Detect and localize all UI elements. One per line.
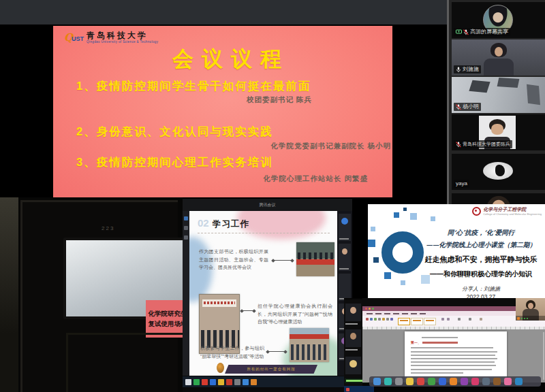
door-sign-line2: 复试使用场地 (149, 319, 183, 329)
toolbar-button[interactable] (374, 318, 377, 321)
mac-dock[interactable] (369, 376, 541, 387)
dock-app-icon[interactable] (428, 378, 435, 385)
participant-tile-yangxiaoming[interactable]: 杨小明 (452, 77, 545, 113)
participant-name: 刘施施 (463, 66, 479, 73)
taskbar-app-icon[interactable] (226, 379, 232, 385)
toolbar-button[interactable] (447, 318, 450, 321)
connector-line (267, 351, 286, 352)
mic-icon (456, 67, 461, 73)
participant-strip: 高源的屏幕共享 刘施施 杨小明 青岛科技大学团委陈兵 (447, 0, 545, 206)
participant-name: yaya (456, 180, 467, 187)
participant-name: 杨小明 (463, 103, 479, 110)
taskbar-app-icon[interactable] (243, 379, 249, 385)
close-icon[interactable] (365, 308, 367, 310)
taskbar-app-icon[interactable] (210, 379, 216, 385)
toolbar-button[interactable] (370, 318, 373, 321)
doc-share-tile[interactable]: 第一、 (344, 298, 545, 392)
toolbar-button[interactable] (378, 318, 381, 321)
dock-app-icon[interactable] (450, 378, 457, 385)
toolbar-button[interactable] (441, 318, 444, 321)
style-gallery-chip[interactable] (424, 318, 436, 325)
agenda-item-2: 2、身份意识、文化认同与现实实践 (76, 125, 273, 140)
presentation-topbar (0, 0, 448, 24)
mic-muted-icon (456, 104, 461, 110)
lecture-subtitle: ——和你聊聊积极心理学的小知识 (420, 270, 542, 279)
toolbar-button[interactable] (390, 318, 393, 321)
dock-app-icon[interactable] (373, 378, 381, 385)
taskbar-app-icon[interactable] (202, 379, 208, 385)
door-photo-tile[interactable]: 223 化学院研究生 复试使用场地 (0, 197, 183, 392)
mic-muted-icon (463, 29, 469, 35)
participant-tile-gaoyuan[interactable]: 高源的屏幕共享 (452, 2, 545, 38)
participant-tile-yaya[interactable]: yaya (452, 154, 545, 190)
dock-app-icon[interactable] (482, 378, 490, 385)
slide-footer-motto: 所有的付出一定会有回报 (225, 365, 317, 374)
start-button[interactable] (185, 379, 191, 385)
series-line: ——化学院线上心理小课堂（第二期） (420, 241, 542, 250)
doc-red-heading: 第一、 (411, 340, 501, 344)
taskbar-app-icon[interactable] (193, 379, 200, 385)
taskbar-app-icon[interactable] (234, 379, 240, 385)
dock-app-icon[interactable] (504, 378, 512, 385)
group-photo (290, 328, 329, 362)
meeting-window-titlebar: 腾讯会议 (183, 199, 352, 211)
toolbar-button[interactable] (469, 318, 471, 321)
dock-app-icon[interactable] (493, 378, 501, 385)
agenda-slide: QUST 青岛科技大学 Qingdao University of Scienc… (53, 26, 392, 197)
mini-participant[interactable] (339, 274, 351, 301)
sidebar-icon[interactable] (184, 226, 188, 230)
meeting-left-toolbar[interactable] (183, 211, 189, 376)
psych-slide-tile[interactable]: 化学与分子工程学院 College of Chemistry and Molec… (368, 204, 545, 310)
dock-app-icon[interactable] (384, 378, 392, 385)
maximize-icon[interactable] (372, 308, 374, 310)
work-text-2: 担任学院心理健康协会执行副会长，共同组织开展了“问题树”“悦纳自我”等心理健康活… (258, 302, 332, 326)
status-dot (527, 318, 528, 319)
doc-menubar[interactable] (362, 311, 520, 316)
sidebar-icon[interactable] (184, 216, 188, 220)
toolbar-button[interactable] (480, 318, 482, 321)
windows-taskbar[interactable] (183, 376, 352, 387)
psych-slide-text: 同‘心’抗疫，‘化’爱同行 ——化学院线上心理小课堂（第二期） 赶走焦虑和不安，… (420, 204, 542, 310)
minimize-icon[interactable] (369, 308, 371, 310)
doc-scrollbar[interactable] (543, 332, 544, 380)
dock-app-icon[interactable] (515, 378, 523, 385)
sidebar-icon[interactable] (184, 235, 188, 240)
dock-app-icon[interactable] (417, 378, 424, 385)
doc-canvas[interactable]: 第一、 (362, 329, 545, 382)
camera-controls[interactable] (516, 316, 545, 321)
mini-participant[interactable] (345, 329, 361, 347)
watercolor-splash (237, 211, 326, 240)
toolbar-button[interactable] (366, 318, 369, 321)
deco-square (401, 280, 405, 285)
toolbar-button[interactable] (382, 318, 385, 321)
toolbar-button[interactable] (458, 318, 461, 321)
style-gallery-chip[interactable] (411, 318, 423, 325)
work-share-tile[interactable]: 腾讯会议 02 学习工作 作为团支部书记，积极组织开展主题团日活动、主题班会、专… (183, 199, 352, 392)
taskbar-app-icon[interactable] (218, 379, 224, 385)
mini-participant[interactable] (339, 214, 351, 241)
mini-participant[interactable] (345, 357, 361, 374)
deco-square (394, 212, 399, 218)
deco-square (403, 208, 407, 211)
dock-app-icon[interactable] (471, 378, 479, 385)
dock-app-icon[interactable] (439, 378, 446, 385)
word-document-window: 第一、 (362, 298, 545, 392)
style-gallery-chip[interactable] (398, 318, 410, 325)
participant-tile-liushishi[interactable]: 刘施施 (452, 39, 545, 76)
toolbar-button[interactable] (386, 318, 389, 321)
dock-app-icon[interactable] (406, 378, 414, 385)
mic-muted-icon (456, 142, 461, 148)
participant-name-chip: 高源的屏幕共享 (454, 28, 510, 36)
dock-app-icon[interactable] (395, 378, 403, 385)
deco-square (410, 213, 417, 220)
participant-tile-chenbing[interactable]: 青岛科技大学团委陈兵 (452, 114, 545, 150)
status-dot (524, 318, 525, 319)
record-icon[interactable] (517, 317, 520, 320)
mini-participant[interactable] (345, 304, 361, 321)
dock-app-icon[interactable] (461, 378, 468, 385)
taskbar-app-icon[interactable] (251, 379, 257, 385)
participant-name-chip: yaya (454, 180, 469, 188)
screenshare-icon (456, 29, 462, 35)
mini-participant[interactable] (339, 244, 351, 271)
status-dot (521, 318, 523, 319)
